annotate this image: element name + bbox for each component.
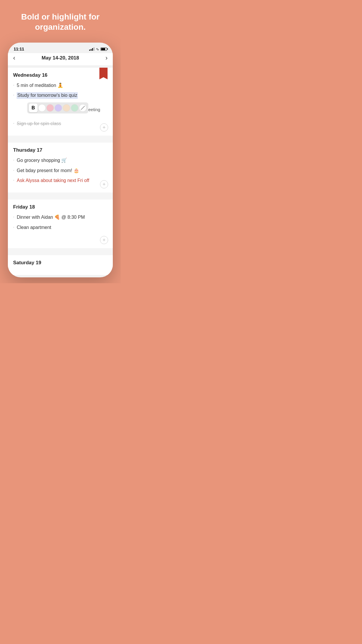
task-item: · Get bday present for mom! 🎂 xyxy=(13,167,108,174)
day-header-wednesday: Wednesday 16 xyxy=(13,72,108,78)
task-text-highlighted: Study for tomorrow's bio quiz xyxy=(17,92,78,99)
bullet: · xyxy=(13,83,14,88)
day-header-friday: Friday 18 xyxy=(13,204,108,210)
task-item: · Dinner with Aidan 🍕 @ 8:30 PM xyxy=(13,214,108,220)
status-time: 11:11 xyxy=(14,47,24,51)
day-card-saturday: Saturday 19 xyxy=(8,255,113,275)
battery-icon xyxy=(101,48,107,51)
color-pink[interactable] xyxy=(46,104,54,112)
day-card-wednesday: Wednesday 16 · 5 min of meditation 🧘 · S… xyxy=(8,68,113,136)
nav-bar: ‹ May 14-20, 2018 › xyxy=(8,53,113,65)
separator xyxy=(8,251,113,253)
task-text-accent: Ask Alyssa about taking next Fri off xyxy=(17,177,89,184)
hero-title: Bold or highlight for organization. xyxy=(0,12,121,43)
phone-frame: 11:11 ∿ ‹ May 14-20, 2018 › Wednesday 16… xyxy=(8,43,113,277)
task-item: · Clean apartment xyxy=(13,224,108,231)
bullet: · xyxy=(13,158,14,163)
back-arrow[interactable]: ‹ xyxy=(13,54,15,62)
add-button[interactable]: + xyxy=(100,123,108,132)
day-card-thursday: Thursday 17 · Go grocery shopping 🛒 · Ge… xyxy=(8,143,113,192)
color-mint[interactable] xyxy=(71,104,78,112)
task-item: · Study for tomorrow's bio quiz xyxy=(13,92,108,99)
task-text: Go grocery shopping 🛒 xyxy=(17,157,67,164)
task-item: · 5 min of meditation 🧘 xyxy=(13,82,108,89)
bold-button[interactable]: B xyxy=(29,104,38,112)
task-text: Dinner with Aidan 🍕 @ 8:30 PM xyxy=(17,214,85,220)
status-icons: ∿ xyxy=(89,47,107,51)
add-button[interactable]: + xyxy=(100,236,108,244)
status-bar: 11:11 ∿ xyxy=(8,47,113,53)
color-white[interactable] xyxy=(38,104,46,112)
bullet: · xyxy=(13,178,14,183)
task-text: Get bday present for mom! 🎂 xyxy=(17,167,79,174)
color-lavender[interactable] xyxy=(55,104,62,112)
bullet: · xyxy=(13,168,14,173)
task-item: · Ask Alyssa about taking next Fri off xyxy=(13,177,108,184)
color-peach[interactable] xyxy=(63,104,70,112)
task-text: Clean apartment xyxy=(17,224,51,231)
day-card-friday: Friday 18 · Dinner with Aidan 🍕 @ 8:30 P… xyxy=(8,200,113,248)
format-toolbar: B xyxy=(27,102,88,113)
task-text-partial: eeting xyxy=(88,106,100,113)
content-area: Wednesday 16 · 5 min of meditation 🧘 · S… xyxy=(8,68,113,275)
forward-arrow[interactable]: › xyxy=(106,54,108,62)
task-item: · Sign up for spin class xyxy=(13,120,108,127)
bullet: · xyxy=(13,214,14,220)
format-toolbar-row: B eeting xyxy=(20,102,108,117)
spacer xyxy=(13,234,108,243)
day-header-saturday: Saturday 19 xyxy=(13,260,108,266)
signal-icon xyxy=(89,47,94,51)
separator xyxy=(8,138,113,140)
strikethrough-button[interactable] xyxy=(79,104,87,112)
bullet: · xyxy=(13,92,14,98)
nav-title: May 14-20, 2018 xyxy=(42,55,79,61)
task-item: · Go grocery shopping 🛒 xyxy=(13,157,108,164)
day-header-thursday: Thursday 17 xyxy=(13,147,108,153)
add-button[interactable]: + xyxy=(100,180,108,188)
bullet: · xyxy=(13,121,14,126)
bullet: · xyxy=(13,225,14,230)
separator xyxy=(8,195,113,197)
task-text: 5 min of meditation 🧘 xyxy=(17,82,63,89)
wifi-icon: ∿ xyxy=(96,47,99,51)
task-text-strikethrough: Sign up for spin class xyxy=(17,120,61,127)
